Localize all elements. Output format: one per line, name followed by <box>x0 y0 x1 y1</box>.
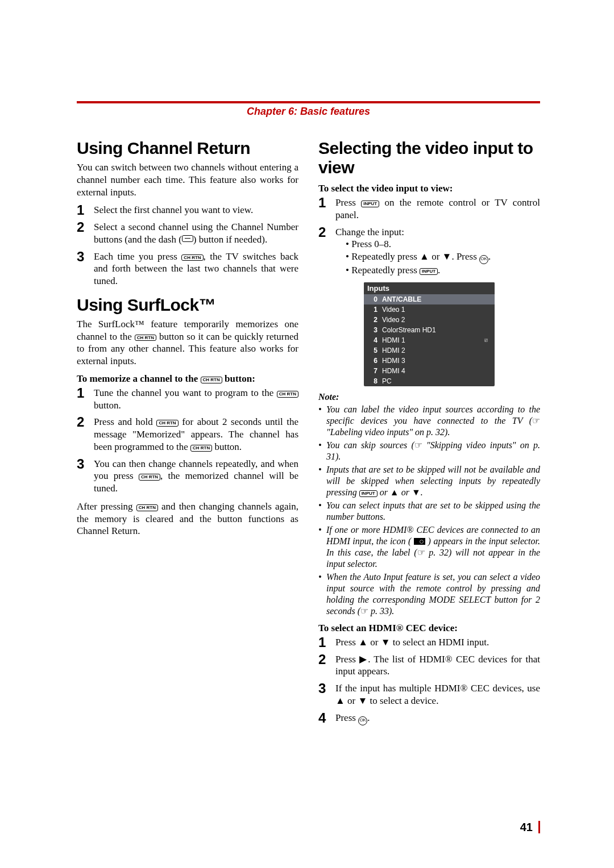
inputs-panel-title: Inputs <box>364 282 495 294</box>
chapter-title: Chapter 6: Basic features <box>247 106 370 117</box>
steps-select-input: Press INPUT on the remote control or TV … <box>318 197 540 277</box>
notes-list: You can label the video input sources ac… <box>318 404 540 617</box>
inputs-panel-row: 4HDMI 1⎚ <box>364 335 495 345</box>
note-item: Inputs that are set to be skipped will n… <box>318 464 540 498</box>
inputs-row-label: HDMI 4 <box>382 367 478 375</box>
inputs-row-label: HDMI 2 <box>382 347 478 354</box>
inputs-row-number: 1 <box>372 306 377 314</box>
chrtn-button-icon: CH RTN <box>136 504 158 511</box>
para-channel-return: You can switch between two channels with… <box>77 161 298 198</box>
note-item: If one or more HDMI® CEC devices are con… <box>318 524 540 570</box>
inputs-panel-row: 1Video 1 <box>364 304 495 315</box>
inputs-panel-row: 5HDMI 2 <box>364 345 495 356</box>
columns: Using Channel Return You can switch betw… <box>77 131 540 731</box>
lead-memorize: To memorize a channel to the CH RTN butt… <box>77 373 298 385</box>
inputs-panel-row: 6HDMI 3 <box>364 356 495 366</box>
steps-surflock: Tune the channel you want to program to … <box>77 387 298 495</box>
step: Press OK. <box>318 712 540 725</box>
chrtn-button-icon: CH RTN <box>156 420 178 427</box>
inputs-row-label: Video 2 <box>382 316 478 324</box>
chrtn-button-icon: CH RTN <box>135 335 156 341</box>
step: Press and hold CH RTN for about 2 second… <box>77 416 298 453</box>
sub-bullet: • Press 0–8. <box>346 238 540 251</box>
inputs-panel-row: 7HDMI 4 <box>364 366 495 376</box>
step: If the input has multiple HDMI® CEC devi… <box>318 682 540 707</box>
inputs-row-label: PC <box>382 377 478 385</box>
note-item: When the Auto Input feature is set, you … <box>318 571 540 617</box>
lead-select-input: To select the video input to view: <box>318 183 540 194</box>
inputs-panel-row: 2Video 2 <box>364 315 495 325</box>
pointer-icon: ☞ <box>417 548 425 557</box>
heading-selecting-input: Selecting the video input to view <box>318 139 540 177</box>
pointer-icon: ☞ <box>360 606 368 616</box>
step: Select the first channel you want to vie… <box>77 204 298 216</box>
inputs-row-number: 7 <box>372 367 377 375</box>
heading-channel-return: Using Channel Return <box>77 139 298 158</box>
pointer-icon: ☞ <box>532 416 540 425</box>
inputs-row-number: 3 <box>372 326 377 334</box>
step: You can then change channels repeatedly,… <box>77 458 298 495</box>
chrtn-button-icon: CH RTN <box>201 377 222 383</box>
chrtn-button-icon: CH RTN <box>190 445 212 452</box>
right-column: Selecting the video input to view To sel… <box>318 131 540 731</box>
inputs-row-label: HDMI 3 <box>382 357 478 365</box>
steps-channel-return: Select the first channel you want to vie… <box>77 204 298 287</box>
cec-icon <box>414 538 425 545</box>
inputs-row-number: 4 <box>372 336 377 344</box>
inputs-panel-row: 8PC <box>364 376 495 386</box>
inputs-row-number: 6 <box>372 357 377 365</box>
page-number-bar <box>538 821 540 833</box>
chrtn-button-icon: CH RTN <box>181 254 203 261</box>
step: Press ▲ or ▼ to select an HDMI input. <box>318 636 540 649</box>
inputs-row-label: HDMI 1 <box>382 336 478 344</box>
note-item: You can skip sources (☞ "Skipping video … <box>318 440 540 462</box>
step: Tune the channel you want to program to … <box>77 387 298 412</box>
inputs-row-label: Video 1 <box>382 306 478 314</box>
lead-select-cec: To select an HDMI® CEC device: <box>318 623 540 634</box>
ok-button-icon: OK <box>358 716 367 725</box>
sub-bullets: • Press 0–8. • Repeatedly press ▲ or ▼. … <box>346 238 540 277</box>
page-number: 41 <box>520 821 540 834</box>
inputs-panel-row: 0ANT/CABLE <box>364 294 495 304</box>
note-item: You can select inputs that are set to be… <box>318 500 540 523</box>
step: Change the input: • Press 0–8. • Repeate… <box>318 226 540 277</box>
para-after-pressing: After pressing CH RTN and then changing … <box>77 500 298 537</box>
input-button-icon: INPUT <box>361 201 379 207</box>
inputs-row-icon: ⎚ <box>482 337 490 343</box>
step: Select a second channel using the Channe… <box>77 221 298 246</box>
note-heading: Note: <box>318 392 540 402</box>
inputs-row-number: 5 <box>372 347 377 354</box>
inputs-panel-row: 3ColorStream HD1 <box>364 325 495 335</box>
dash-button-icon <box>182 235 193 242</box>
inputs-row-number: 8 <box>372 377 377 385</box>
sub-bullet: • Repeatedly press ▲ or ▼. Press OK. <box>346 251 540 264</box>
page: Chapter 6: Basic features Using Channel … <box>0 0 614 868</box>
step: Press INPUT on the remote control or TV … <box>318 197 540 222</box>
chrtn-button-icon: CH RTN <box>277 391 298 398</box>
inputs-row-number: 0 <box>372 295 377 303</box>
inputs-row-number: 2 <box>372 316 377 324</box>
inputs-panel: Inputs 0ANT/CABLE1Video 12Video 23ColorS… <box>364 282 495 386</box>
para-surflock: The SurfLock™ feature temporarily memori… <box>77 318 298 368</box>
heading-surflock: Using SurfLock™ <box>77 295 298 315</box>
input-button-icon: INPUT <box>420 268 438 275</box>
steps-cec: Press ▲ or ▼ to select an HDMI input. Pr… <box>318 636 540 725</box>
ok-button-icon: OK <box>479 255 488 264</box>
sub-bullet: • Repeatedly press INPUT. <box>346 264 540 277</box>
pointer-icon: ☞ <box>414 440 422 450</box>
input-button-icon: INPUT <box>359 490 377 497</box>
inputs-panel-rows: 0ANT/CABLE1Video 12Video 23ColorStream H… <box>364 294 495 386</box>
chapter-header: Chapter 6: Basic features <box>77 101 540 118</box>
step: Press ▶. The list of HDMI® CEC devices f… <box>318 653 540 678</box>
step: Each time you press CH RTN, the TV switc… <box>77 251 298 287</box>
note-item: You can label the video input sources ac… <box>318 404 540 438</box>
inputs-row-label: ColorStream HD1 <box>382 326 478 334</box>
chrtn-button-icon: CH RTN <box>139 474 160 481</box>
inputs-row-label: ANT/CABLE <box>382 295 478 303</box>
left-column: Using Channel Return You can switch betw… <box>77 131 298 731</box>
